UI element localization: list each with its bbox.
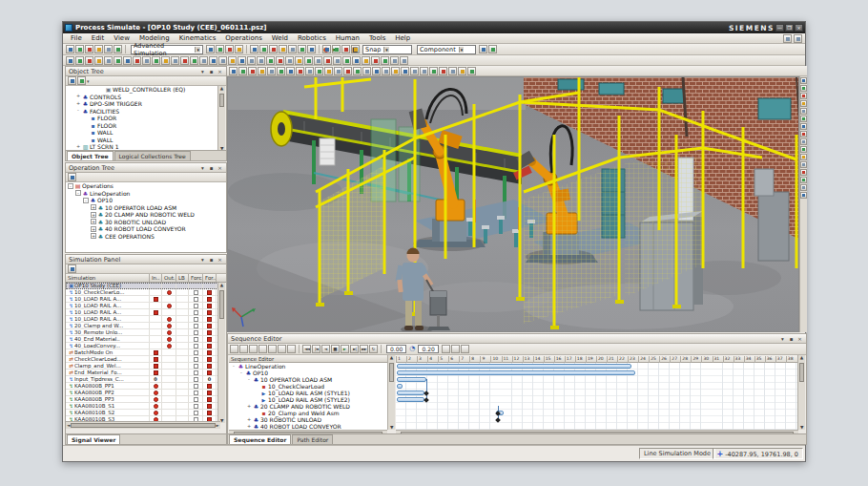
gantt-marker[interactable]	[424, 397, 429, 403]
grid-icon[interactable]	[401, 67, 409, 75]
tree-item[interactable]: + 30 ROBOTIC UNLOAD	[229, 416, 387, 423]
smart-place-icon[interactable]	[180, 56, 189, 65]
camera-icon[interactable]	[448, 67, 457, 75]
copy-icon[interactable]	[104, 45, 113, 53]
menu-item[interactable]: Tools	[364, 33, 390, 43]
tree-item[interactable]: WALL	[66, 137, 218, 144]
export-gantt-icon[interactable]	[451, 345, 460, 353]
fit-icon[interactable]	[277, 67, 285, 75]
simulation-settings-icon[interactable]	[400, 56, 408, 65]
camera-icon[interactable]	[342, 56, 351, 65]
forced-checkbox[interactable]	[194, 317, 198, 322]
panel-menu-button[interactable]: ▾	[199, 257, 206, 263]
place-icon[interactable]	[199, 56, 208, 65]
viewer-front-icon[interactable]	[800, 116, 807, 122]
sequence-editor-open-icon[interactable]	[390, 56, 399, 65]
end-modeling-icon[interactable]	[85, 56, 93, 65]
tree-item[interactable]: 10_CheckClearLoad	[229, 383, 387, 390]
light-icon[interactable]	[352, 56, 361, 65]
tree-item[interactable]: + DPO-SIM TRIGGER	[66, 100, 218, 108]
step-backward-icon[interactable]	[312, 345, 320, 353]
panel-tab[interactable]: Object Tree	[67, 151, 114, 160]
view-center-icon[interactable]	[305, 67, 314, 75]
paste-icon[interactable]	[114, 45, 122, 53]
signal-row[interactable]: OP10 Study (CEE)	[66, 283, 220, 289]
tree-find-icon[interactable]	[77, 76, 86, 85]
panel-tab[interactable]: Sequence Editor	[229, 434, 291, 444]
forced-checkbox[interactable]	[194, 357, 198, 362]
viewer-settings-icon[interactable]	[800, 192, 807, 199]
zoom-out-time-icon[interactable]	[258, 345, 267, 353]
signal-row[interactable]: 10_CheckClearLo...	[66, 289, 220, 296]
zoom-window-icon[interactable]	[288, 45, 297, 53]
viewer-measure-icon[interactable]	[800, 161, 807, 168]
menu-item[interactable]: Operations	[220, 33, 266, 43]
robot-jog-icon[interactable]	[152, 56, 160, 65]
tree-filter-icon[interactable]	[68, 76, 76, 85]
panel-menu-button[interactable]: ▾	[779, 336, 786, 342]
forced-checkbox[interactable]	[194, 411, 198, 415]
viewer-display-icon[interactable]	[800, 146, 807, 153]
select-icon[interactable]	[250, 45, 258, 53]
panel-menu-button[interactable]: ▾	[199, 69, 206, 74]
filter-type-icon[interactable]	[488, 45, 497, 53]
tree-item[interactable]: - LineOperation	[66, 190, 226, 198]
print-icon[interactable]	[85, 45, 93, 53]
perspective-icon[interactable]	[343, 67, 352, 75]
tree-item[interactable]: + 40 ROBOT LOAD CONVEYOR	[66, 225, 226, 233]
side-view-icon[interactable]	[334, 67, 342, 75]
link-operations-icon[interactable]	[278, 345, 286, 353]
tree-item[interactable]: WELD_CONTROLLER (EQ)	[66, 86, 218, 94]
unlink-operations-icon[interactable]	[287, 345, 296, 353]
measure-distance-icon[interactable]	[295, 56, 303, 65]
operation-tools-icon[interactable]	[68, 173, 76, 181]
view-center-icon[interactable]	[307, 45, 316, 53]
signal-row[interactable]: 20_Clamp and W...	[66, 323, 220, 329]
save-icon[interactable]	[75, 45, 84, 53]
forced-checkbox[interactable]	[194, 304, 198, 308]
viewer-rotate-icon[interactable]	[800, 100, 807, 107]
layers-icon[interactable]	[420, 67, 428, 75]
weld-distribution-icon[interactable]	[209, 56, 217, 65]
forced-checkbox[interactable]	[194, 370, 198, 375]
panel-close-button[interactable]: ×	[217, 69, 223, 74]
signal-row[interactable]: CheckClearLoad...	[66, 356, 220, 363]
forced-checkbox[interactable]	[194, 344, 198, 349]
tree-item[interactable]: 20_Clamp and Weld Asm	[229, 410, 387, 416]
display-mode-icon[interactable]	[353, 67, 362, 75]
torch-alignment-icon[interactable]	[238, 56, 246, 65]
forced-checkbox[interactable]	[194, 310, 198, 315]
advanced-simulation-combo[interactable]: Advanced Simulation▾	[131, 45, 203, 54]
menu-item[interactable]: Edit	[87, 33, 110, 43]
panel-close-button[interactable]: ×	[796, 336, 803, 342]
close-button[interactable]: ×	[795, 24, 803, 32]
panel-pin-button[interactable]: ▪	[208, 165, 215, 171]
checkpoint-icon[interactable]	[94, 56, 103, 65]
settings-icon[interactable]	[467, 67, 476, 75]
signal-row[interactable]: End_Material_Fo...	[66, 370, 220, 376]
signal-row[interactable]: 10_LOAD RAIL A...	[66, 303, 220, 309]
minimum-distance-icon[interactable]	[266, 56, 275, 65]
viewer-markup-icon[interactable]	[800, 169, 807, 176]
snapshot-icon[interactable]	[362, 56, 370, 65]
measure-icon[interactable]	[391, 67, 400, 75]
forced-checkbox[interactable]	[194, 324, 198, 328]
tree-item[interactable]: - 10 OPERATOR LOAD ASM	[229, 376, 387, 383]
detach-icon[interactable]	[142, 56, 151, 65]
gantt-bar[interactable]	[397, 364, 631, 369]
component-combo[interactable]: Component▾	[417, 45, 476, 54]
viewer-top-icon[interactable]	[800, 123, 807, 130]
pause-icon[interactable]	[341, 45, 350, 53]
title-bar[interactable]: Process Simulate - [OP10 Study (CEE)_060…	[63, 22, 805, 33]
time-options-icon[interactable]	[442, 345, 450, 353]
screenshot-icon[interactable]	[235, 45, 243, 53]
menu-item[interactable]: Help	[390, 33, 415, 43]
loop-icon[interactable]	[369, 345, 378, 353]
signal-row[interactable]: KAA08010B_S2	[66, 410, 220, 416]
forced-checkbox[interactable]	[194, 290, 198, 295]
refresh-icon[interactable]	[461, 345, 469, 353]
object-mode-icon[interactable]	[238, 67, 247, 75]
gantt-bar[interactable]	[397, 391, 424, 395]
3d-viewport[interactable]	[227, 76, 799, 332]
annotations-icon[interactable]	[429, 67, 438, 75]
